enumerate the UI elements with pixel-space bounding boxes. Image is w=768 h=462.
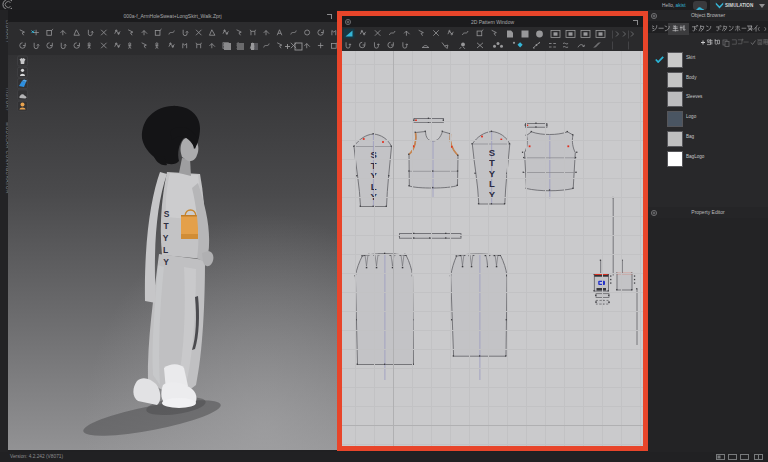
svg-text:T: T — [163, 221, 169, 231]
svg-text:S: S — [164, 209, 170, 219]
svg-text:L: L — [163, 245, 168, 255]
svg-text:Y: Y — [163, 233, 169, 243]
svg-text:Y: Y — [163, 257, 169, 267]
